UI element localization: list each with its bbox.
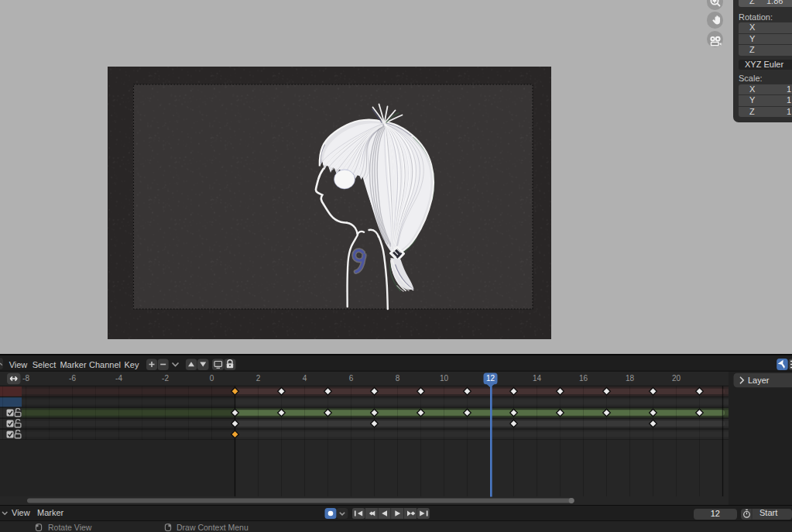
svg-text:10: 10 <box>440 374 449 383</box>
svg-text:-6: -6 <box>69 374 76 383</box>
svg-text:-4: -4 <box>115 374 122 383</box>
svg-text:12: 12 <box>486 374 495 383</box>
svg-text:18: 18 <box>626 374 635 383</box>
svg-text:4: 4 <box>303 374 307 383</box>
svg-text:Layer: Layer <box>748 376 770 385</box>
svg-text:16: 16 <box>579 374 588 383</box>
svg-text:8: 8 <box>396 374 400 383</box>
svg-text:0: 0 <box>210 374 214 383</box>
svg-text:2: 2 <box>256 374 261 383</box>
svg-text:6: 6 <box>349 374 354 383</box>
svg-text:-2: -2 <box>162 374 169 383</box>
svg-text:Select: Select <box>33 360 57 369</box>
svg-text:Marker: Marker <box>60 360 87 369</box>
svg-text:Channel: Channel <box>89 360 121 369</box>
svg-text:14: 14 <box>533 374 542 383</box>
svg-text:-8: -8 <box>22 374 29 383</box>
svg-text:Key: Key <box>125 360 139 369</box>
svg-text:View: View <box>9 360 28 369</box>
svg-text:20: 20 <box>672 374 681 383</box>
